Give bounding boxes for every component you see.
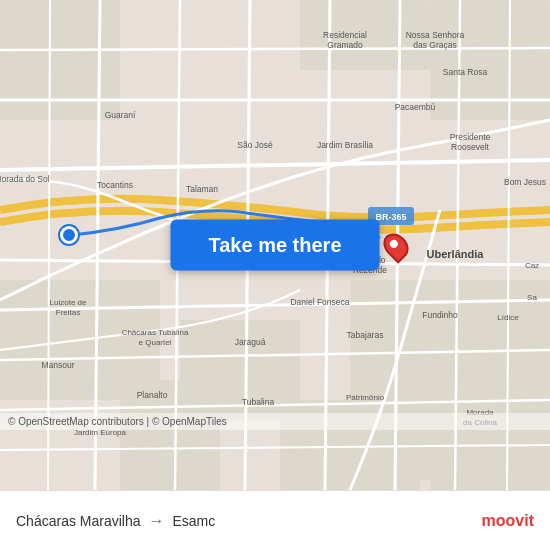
svg-text:Caz: Caz [525, 261, 539, 270]
moovit-logo: moovit [482, 512, 534, 530]
svg-text:Bom Jesus: Bom Jesus [504, 177, 546, 187]
svg-text:Uberlândia: Uberlândia [427, 248, 485, 260]
svg-text:Sa: Sa [527, 293, 537, 302]
svg-text:Mansour: Mansour [41, 360, 74, 370]
route-info: Chácaras Maravilha → Esamc [16, 512, 215, 530]
svg-text:São José: São José [237, 140, 273, 150]
svg-text:Luizote de: Luizote de [50, 298, 87, 307]
svg-text:Patrimônio: Patrimônio [346, 393, 385, 402]
route-to: Esamc [173, 513, 216, 529]
map-container: BR-365 Nossa Senhora das Graças Santa Ro… [0, 0, 550, 490]
svg-text:Nossa Senhora: Nossa Senhora [406, 30, 465, 40]
take-me-there-button[interactable]: Take me there [170, 220, 379, 271]
svg-text:Chácaras Tubalina: Chácaras Tubalina [122, 328, 189, 337]
svg-text:Jaraguá: Jaraguá [235, 337, 266, 347]
origin-marker [60, 226, 78, 244]
svg-text:Planalto: Planalto [137, 390, 168, 400]
svg-text:Talaman: Talaman [186, 184, 218, 194]
svg-text:e Quartel: e Quartel [139, 338, 172, 347]
svg-text:Tubalina: Tubalina [242, 397, 275, 407]
svg-text:Pacaembú: Pacaembú [395, 102, 436, 112]
svg-text:das Graças: das Graças [413, 40, 456, 50]
svg-rect-7 [0, 0, 120, 120]
svg-text:BR-365: BR-365 [375, 212, 406, 222]
svg-text:Lídice: Lídice [497, 313, 519, 322]
svg-text:Santa Rosa: Santa Rosa [443, 67, 488, 77]
copyright-bar: © OpenStreetMap contributors | © OpenMap… [0, 413, 550, 430]
svg-rect-5 [430, 0, 550, 120]
svg-text:Morada do Sol: Morada do Sol [0, 174, 50, 184]
svg-text:Presidente: Presidente [450, 132, 491, 142]
destination-marker [385, 232, 407, 260]
route-arrow: → [149, 512, 165, 530]
svg-text:Freitas: Freitas [56, 308, 80, 317]
copyright-text: © OpenStreetMap contributors | © OpenMap… [8, 416, 227, 427]
svg-text:Tabajaras: Tabajaras [347, 330, 384, 340]
route-from: Chácaras Maravilha [16, 513, 141, 529]
moovit-brand-text: moovit [482, 512, 534, 530]
svg-text:Gramado: Gramado [327, 40, 363, 50]
bottom-bar: Chácaras Maravilha → Esamc moovit [0, 490, 550, 550]
svg-rect-11 [120, 380, 220, 490]
svg-text:Fundinho: Fundinho [422, 310, 458, 320]
svg-text:Tocantins: Tocantins [97, 180, 133, 190]
svg-text:Guaraní: Guaraní [105, 110, 136, 120]
svg-text:Residencial: Residencial [323, 30, 367, 40]
svg-text:Jardim Brasília: Jardim Brasília [317, 140, 373, 150]
svg-text:Roosevelt: Roosevelt [451, 142, 489, 152]
svg-text:Daniel Fonseca: Daniel Fonseca [290, 297, 349, 307]
